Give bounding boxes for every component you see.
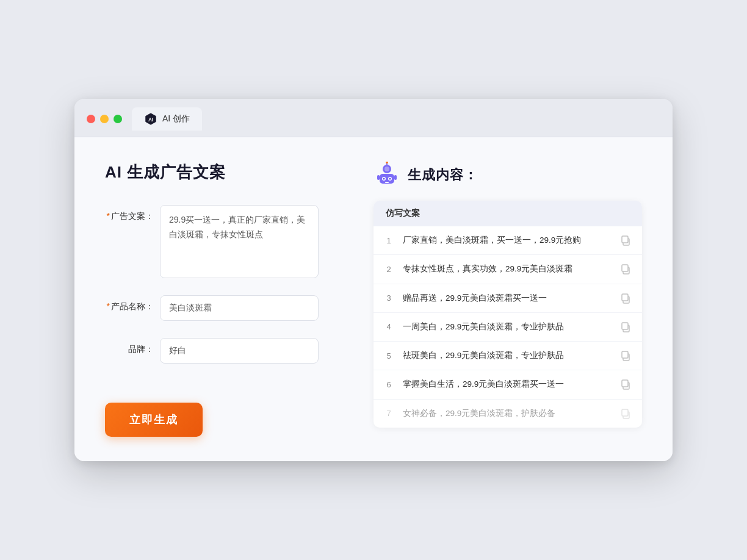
result-text: 厂家直销，美白淡斑霜，买一送一，29.9元抢购 <box>403 234 612 246</box>
titlebar: AI AI 创作 <box>74 99 673 137</box>
close-button[interactable] <box>87 115 95 123</box>
result-item: 5 祛斑美白，29.9元美白淡斑霜，专业护肤品 <box>374 342 642 370</box>
copy-icon[interactable] <box>620 263 632 275</box>
svg-rect-21 <box>622 323 628 329</box>
product-name-input[interactable] <box>160 295 319 321</box>
left-panel: AI 生成广告文案 *广告文案： 29.9买一送一，真正的厂家直销，美白淡斑霜，… <box>105 162 337 437</box>
minimize-button[interactable] <box>100 115 109 123</box>
result-header: 生成内容： <box>374 162 642 188</box>
result-item: 4 一周美白，29.9元美白淡斑霜，专业护肤品 <box>374 313 642 342</box>
product-name-row: *产品名称： <box>105 295 337 321</box>
result-number: 4 <box>383 322 394 331</box>
result-text: 女神必备，29.9元美白淡斑霜，护肤必备 <box>403 407 612 420</box>
result-text: 赠品再送，29.9元美白淡斑霜买一送一 <box>403 292 612 304</box>
result-item: 6 掌握美白生活，29.9元美白淡斑霜买一送一 <box>374 370 642 399</box>
copy-icon[interactable] <box>620 407 632 420</box>
tab-ai-creation[interactable]: AI AI 创作 <box>132 107 202 131</box>
product-name-label: *产品名称： <box>105 295 154 312</box>
ad-copy-row: *广告文案： 29.9买一送一，真正的厂家直销，美白淡斑霜，专抹女性斑点 <box>105 205 337 278</box>
brand-input[interactable] <box>160 338 319 364</box>
svg-rect-10 <box>377 175 380 180</box>
column-label: 仿写文案 <box>386 208 420 218</box>
result-number: 7 <box>383 409 394 418</box>
copy-icon[interactable] <box>620 321 632 333</box>
brand-label: 品牌： <box>105 338 154 355</box>
svg-point-7 <box>383 178 385 180</box>
right-panel: 生成内容： 仿写文案 1 厂家直销，美白淡斑霜，买一送一，29.9元抢购 2 专… <box>374 162 642 437</box>
result-text: 祛斑美白，29.9元美白淡斑霜，专业护肤品 <box>403 350 612 362</box>
tab-label: AI 创作 <box>162 113 190 124</box>
result-item: 1 厂家直销，美白淡斑霜，买一送一，29.9元抢购 <box>374 226 642 255</box>
ad-copy-input[interactable]: 29.9买一送一，真正的厂家直销，美白淡斑霜，专抹女性斑点 <box>160 205 319 278</box>
svg-rect-25 <box>622 380 628 387</box>
copy-icon[interactable] <box>620 378 632 390</box>
result-number: 6 <box>383 380 394 389</box>
copy-icon[interactable] <box>620 350 632 362</box>
result-title: 生成内容： <box>408 166 478 184</box>
svg-point-13 <box>386 162 388 163</box>
result-number: 5 <box>383 351 394 361</box>
result-table: 仿写文案 1 厂家直销，美白淡斑霜，买一送一，29.9元抢购 2 专抹女性斑点，… <box>374 201 642 428</box>
page-title: AI 生成广告文案 <box>105 162 337 183</box>
svg-rect-23 <box>622 351 628 358</box>
generate-button[interactable]: 立即生成 <box>105 403 203 437</box>
result-number: 2 <box>383 265 394 274</box>
ad-copy-label: *广告文案： <box>105 205 154 222</box>
maximize-button[interactable] <box>114 115 122 123</box>
brand-row: 品牌： <box>105 338 337 364</box>
required-star-product: * <box>107 301 110 311</box>
svg-rect-17 <box>622 265 628 271</box>
copy-icon[interactable] <box>620 292 632 304</box>
result-text: 掌握美白生活，29.9元美白淡斑霜买一送一 <box>403 378 612 390</box>
result-item: 3 赠品再送，29.9元美白淡斑霜买一送一 <box>374 284 642 313</box>
browser-window: AI AI 创作 AI 生成广告文案 *广告文案： 29.9买一送一，真正的厂家… <box>74 99 673 461</box>
svg-rect-9 <box>385 182 389 183</box>
ai-tab-icon: AI <box>144 112 157 126</box>
required-star-ad: * <box>107 211 110 221</box>
robot-icon <box>374 162 400 188</box>
svg-rect-15 <box>622 236 628 243</box>
result-text: 一周美白，29.9元美白淡斑霜，专业护肤品 <box>403 321 612 333</box>
results-container: 1 厂家直销，美白淡斑霜，买一送一，29.9元抢购 2 专抹女性斑点，真实功效，… <box>374 226 642 428</box>
result-number: 3 <box>383 293 394 303</box>
result-text: 专抹女性斑点，真实功效，29.9元美白淡斑霜 <box>403 263 612 275</box>
result-item: 2 专抹女性斑点，真实功效，29.9元美白淡斑霜 <box>374 255 642 284</box>
main-content: AI 生成广告文案 *广告文案： 29.9买一送一，真正的厂家直销，美白淡斑霜，… <box>74 137 673 461</box>
svg-point-3 <box>384 167 389 171</box>
copy-icon[interactable] <box>620 234 632 246</box>
svg-point-8 <box>389 178 391 180</box>
result-number: 1 <box>383 236 394 245</box>
result-item: 7 女神必备，29.9元美白淡斑霜，护肤必备 <box>374 400 642 428</box>
result-table-header: 仿写文案 <box>374 201 642 226</box>
svg-rect-11 <box>394 175 397 180</box>
svg-rect-19 <box>622 294 628 301</box>
svg-rect-27 <box>622 409 628 416</box>
traffic-lights <box>87 115 122 123</box>
svg-text:AI: AI <box>148 117 153 123</box>
